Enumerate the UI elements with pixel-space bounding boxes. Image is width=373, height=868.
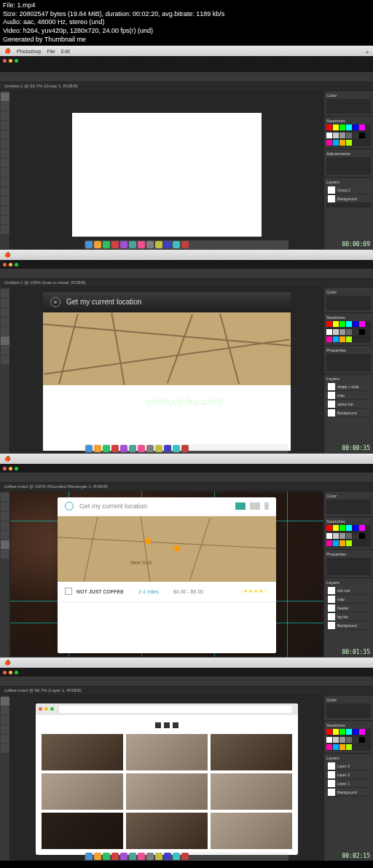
dock-app-icon[interactable] [103, 445, 110, 452]
swatch[interactable] [326, 329, 332, 335]
window-titlebar[interactable] [0, 260, 373, 269]
dock-app-icon[interactable] [94, 241, 101, 248]
menu-item[interactable]: Edit [61, 49, 70, 54]
eyedropper-tool[interactable] [1, 140, 9, 149]
canvas-area[interactable]: Get my current location New York [10, 492, 323, 658]
swatch[interactable] [339, 533, 345, 539]
window-titlebar[interactable] [0, 56, 373, 65]
swatch[interactable] [346, 744, 352, 750]
maximize-button[interactable] [15, 263, 18, 267]
macos-dock[interactable] [85, 444, 288, 453]
dock-app-icon[interactable] [146, 445, 154, 452]
zoom-tool[interactable] [1, 225, 9, 234]
type-tool[interactable] [1, 197, 9, 205]
macos-dock[interactable] [85, 852, 288, 861]
eraser-tool[interactable] [1, 168, 9, 177]
macos-menubar[interactable]: 🍎 Photoshop File Edit ⏚ [0, 46, 373, 56]
swatch[interactable] [359, 525, 365, 531]
swatch[interactable] [346, 336, 352, 342]
swatch[interactable] [353, 329, 358, 335]
gradient-tool[interactable] [1, 178, 9, 186]
swatch[interactable] [326, 321, 332, 327]
swatch[interactable] [346, 737, 352, 743]
document-canvas[interactable] [72, 113, 262, 237]
shape-tool[interactable] [1, 206, 9, 215]
grid-image[interactable] [211, 813, 292, 849]
dock-app-icon[interactable] [164, 853, 171, 860]
guide-vertical[interactable] [287, 492, 288, 658]
dock-app-icon[interactable] [173, 241, 180, 248]
swatch[interactable] [346, 125, 352, 130]
layer-row[interactable]: shape + style [326, 382, 371, 391]
crop-tool[interactable] [1, 716, 9, 725]
swatch[interactable] [359, 729, 365, 735]
swatch[interactable] [333, 737, 339, 743]
dock-app-icon[interactable] [138, 853, 145, 860]
swatch[interactable] [333, 336, 339, 342]
dock-app-icon[interactable] [94, 853, 101, 860]
dock-app-icon[interactable] [111, 445, 119, 452]
swatch[interactable] [333, 533, 339, 539]
grid-image[interactable] [211, 734, 292, 770]
crop-tool[interactable] [1, 512, 9, 521]
options-bar[interactable] [0, 676, 373, 687]
swatch[interactable] [326, 737, 332, 743]
dock-app-icon[interactable] [111, 853, 119, 860]
swatch[interactable] [326, 744, 332, 750]
swatch[interactable] [326, 525, 332, 531]
dock-app-icon[interactable] [129, 853, 136, 860]
grid-image[interactable] [42, 813, 123, 849]
browser-maximize-button[interactable] [50, 707, 54, 711]
brush-tool[interactable] [1, 725, 9, 734]
dock-app-icon[interactable] [155, 241, 162, 248]
canvas-area[interactable] [10, 91, 323, 258]
move-tool[interactable] [1, 697, 9, 706]
macos-dock[interactable] [85, 240, 288, 249]
swatch[interactable] [333, 140, 339, 146]
maximize-button[interactable] [15, 467, 18, 470]
swatch[interactable] [339, 133, 345, 138]
swatch[interactable] [346, 329, 352, 335]
swatch[interactable] [359, 533, 365, 539]
dock-app-icon[interactable] [103, 241, 110, 248]
document-tab[interactable]: coffee-crawl @ 100% (Rounded Rectangle 1… [0, 483, 373, 492]
swatch[interactable] [333, 525, 339, 531]
brush-tool[interactable] [1, 149, 9, 158]
options-bar[interactable] [0, 72, 373, 82]
browser-toolbar[interactable] [36, 703, 298, 715]
dock-app-icon[interactable] [146, 241, 154, 248]
panels-dock[interactable]: Color Swatches Properties Layersshape + … [323, 288, 373, 454]
dock-app-icon[interactable] [111, 241, 119, 248]
dock-app-icon[interactable] [85, 445, 93, 452]
color-panel-header[interactable]: Color [326, 93, 371, 98]
dock-app-icon[interactable] [164, 445, 171, 452]
swatches-panel-header[interactable]: Swatches [326, 119, 371, 123]
options-bar[interactable] [0, 473, 373, 483]
layer-row[interactable]: Layer 3 [326, 762, 371, 770]
document-canvas[interactable]: Get my current location [43, 292, 291, 451]
move-tool[interactable] [1, 289, 9, 298]
canvas-area[interactable] [10, 695, 323, 861]
swatch[interactable] [333, 133, 339, 138]
close-button[interactable] [3, 671, 7, 674]
crop-tool[interactable] [1, 130, 9, 139]
swatch[interactable] [339, 540, 345, 546]
swatch[interactable] [339, 729, 345, 735]
minimize-button[interactable] [9, 263, 12, 267]
location-icon[interactable] [50, 297, 60, 307]
grid-image[interactable] [126, 734, 208, 770]
swatch[interactable] [333, 540, 339, 546]
close-button[interactable] [3, 59, 7, 63]
dock-app-icon[interactable] [173, 445, 180, 452]
swatch[interactable] [346, 729, 352, 735]
swatch[interactable] [346, 140, 352, 146]
close-button[interactable] [3, 263, 7, 267]
layers-panel-header[interactable]: Layers [326, 180, 371, 184]
dock-app-icon[interactable] [164, 241, 171, 248]
dock-app-icon[interactable] [138, 241, 145, 248]
location-bar[interactable]: Get my current location [43, 292, 291, 312]
dock-app-icon[interactable] [129, 445, 136, 452]
menu-icon[interactable] [155, 722, 161, 728]
layer-row[interactable]: Background [326, 409, 371, 417]
browser-minimize-button[interactable] [44, 707, 48, 711]
